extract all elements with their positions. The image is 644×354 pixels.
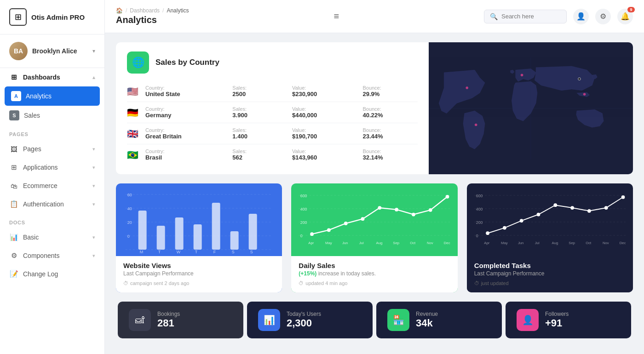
- flag-gb: 🇬🇧: [127, 129, 141, 138]
- table-row: 🇺🇸 Country: United State Sales: 2500 Val…: [127, 81, 418, 102]
- header: 🏠 / Dashboards / Analytics Analytics ≡ 🔍…: [105, 0, 644, 33]
- svg-rect-18: [175, 217, 184, 250]
- svg-point-64: [486, 231, 489, 235]
- completed-tasks-title: Completed Tasks: [474, 262, 626, 269]
- daily-sales-title: Daily Sales: [299, 262, 450, 269]
- followers-label: Followers: [545, 311, 569, 317]
- authentication-label: Authentication: [23, 200, 64, 208]
- sales-country-title: Sales by Country: [155, 58, 219, 67]
- website-views-info: Website Views Last Campaign Performance …: [116, 256, 282, 292]
- main-content: 🏠 / Dashboards / Analytics Analytics ≡ 🔍…: [105, 0, 644, 354]
- svg-point-65: [503, 226, 506, 230]
- chevron-right-icon-4: ▾: [92, 201, 95, 207]
- users-label: Today's Users: [287, 311, 321, 317]
- components-icon: ⚙: [9, 251, 18, 260]
- svg-point-66: [519, 219, 523, 223]
- followers-icon: 👤: [517, 309, 539, 331]
- website-views-time: ⏱ campaign sent 2 days ago: [123, 280, 275, 286]
- sidebar-item-changelog[interactable]: 📝 Change Log: [0, 265, 104, 283]
- svg-text:400: 400: [300, 207, 307, 211]
- svg-text:0: 0: [300, 234, 303, 238]
- settings-icon[interactable]: ⚙: [595, 9, 611, 24]
- stat-followers: 👤 Followers +91: [506, 302, 631, 338]
- website-views-subtitle: Last Campaign Performance: [123, 270, 275, 277]
- search-input[interactable]: [501, 13, 557, 20]
- svg-point-0: [466, 86, 468, 89]
- dashboards-icon: ⊞: [9, 73, 18, 82]
- page-title: Analytics: [116, 15, 189, 25]
- pages-label: Pages: [23, 145, 41, 153]
- world-map-svg: .land { fill: #2a3060; stroke: #3a4080; …: [429, 42, 633, 174]
- svg-point-70: [587, 209, 591, 213]
- svg-text:20: 20: [127, 220, 132, 225]
- table-row: 🇩🇪 Country: Germany Sales: 3.900 Value: …: [127, 102, 418, 123]
- charts-row: 60 40 20 0 M T: [116, 183, 633, 292]
- stat-bookings: 🛋 Bookings 281: [118, 302, 243, 338]
- svg-rect-17: [157, 226, 165, 250]
- svg-text:W: W: [177, 250, 181, 254]
- header-center: ≡: [334, 11, 339, 22]
- svg-point-40: [344, 222, 348, 225]
- sidebar-item-authentication[interactable]: 📋 Authentication ▾: [0, 195, 104, 213]
- svg-text:Dec: Dec: [444, 241, 450, 245]
- completed-tasks-chart: 600 400 200 0: [474, 190, 626, 254]
- sidebar-item-applications[interactable]: ⊞ Applications ▾: [0, 158, 104, 177]
- sidebar-item-dashboards[interactable]: ⊞ Dashboards ▴: [0, 68, 104, 86]
- authentication-icon: 📋: [9, 200, 18, 209]
- changelog-icon: 📝: [9, 269, 18, 279]
- flag-de: 🇩🇪: [127, 108, 141, 117]
- svg-rect-21: [230, 231, 239, 250]
- chevron-up-icon: ▴: [92, 74, 95, 80]
- users-value: 2,300: [287, 317, 321, 329]
- avatar: BA: [9, 42, 28, 60]
- daily-sales-chart-area: 600 400 200 0: [291, 183, 457, 256]
- clock-icon-3: ⏱: [474, 280, 479, 286]
- ecommerce-label: Ecommerce: [23, 182, 58, 189]
- analytics-label: Analytics: [26, 92, 52, 100]
- svg-text:Apr: Apr: [309, 241, 314, 245]
- svg-text:May: May: [325, 241, 332, 245]
- website-views-chart: 60 40 20 0 M T: [123, 190, 275, 254]
- sidebar-item-components[interactable]: ⚙ Components ▾: [0, 246, 104, 265]
- svg-point-42: [378, 206, 382, 210]
- notifications-icon[interactable]: 🔔 9: [617, 9, 633, 24]
- bookings-icon: 🛋: [129, 309, 151, 331]
- daily-sales-time: ⏱ updated 4 min ago: [299, 280, 450, 286]
- svg-text:Apr: Apr: [484, 241, 489, 245]
- svg-rect-20: [212, 203, 220, 250]
- chevron-right-icon-6: ▾: [92, 253, 95, 259]
- chevron-right-icon-5: ▾: [92, 234, 95, 240]
- user-profile-icon[interactable]: 👤: [573, 9, 589, 24]
- hamburger-icon[interactable]: ≡: [334, 11, 339, 22]
- website-views-chart-area: 60 40 20 0 M T: [116, 183, 282, 256]
- bookings-value: 281: [157, 317, 180, 329]
- sidebar-item-pages[interactable]: 🖼 Pages ▾: [0, 140, 104, 158]
- svg-point-1: [475, 124, 477, 126]
- bookings-label: Bookings: [157, 311, 180, 317]
- svg-text:200: 200: [476, 220, 483, 225]
- sidebar-item-ecommerce[interactable]: 🛍 Ecommerce ▾: [0, 177, 104, 195]
- header-left: 🏠 / Dashboards / Analytics Analytics: [116, 7, 189, 25]
- svg-text:S: S: [232, 250, 235, 254]
- flag-br: 🇧🇷: [127, 150, 141, 160]
- stat-revenue: 🏪 Revenue 34k: [376, 302, 502, 338]
- svg-point-43: [395, 208, 399, 211]
- svg-point-44: [412, 213, 415, 217]
- daily-sales-subtitle: (+15%) increase in today sales.: [299, 270, 450, 277]
- sidebar-user[interactable]: BA Brooklyn Alice ▾: [0, 34, 104, 68]
- sidebar-item-sales[interactable]: S Sales: [0, 106, 104, 125]
- svg-text:40: 40: [127, 206, 132, 211]
- svg-rect-16: [138, 211, 147, 250]
- sidebar-item-analytics[interactable]: A Analytics: [5, 86, 100, 106]
- search-box[interactable]: 🔍: [484, 10, 567, 23]
- svg-text:0: 0: [476, 234, 478, 238]
- chevron-right-icon: ▾: [92, 146, 95, 152]
- daily-sales-suffix: increase in today sales.: [318, 270, 376, 277]
- basic-icon: 📊: [9, 233, 18, 242]
- svg-point-39: [327, 228, 331, 232]
- clock-icon: ⏱: [123, 280, 128, 286]
- sidebar-item-basic[interactable]: 📊 Basic ▾: [0, 228, 104, 246]
- daily-sales-info: Daily Sales (+15%) increase in today sal…: [291, 256, 457, 292]
- ecommerce-icon: 🛍: [9, 181, 18, 190]
- changelog-label: Change Log: [23, 270, 58, 278]
